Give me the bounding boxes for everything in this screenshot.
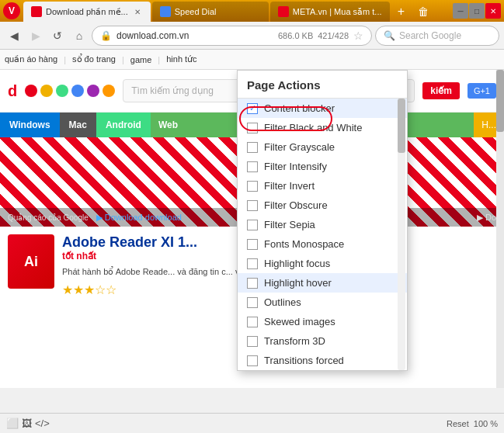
item-label-13: Transitions forced — [264, 355, 344, 366]
nav-item-windows[interactable]: Windows — [0, 113, 60, 137]
home-button[interactable]: ⌂ — [70, 26, 89, 45]
address-text: download.com.vn — [116, 30, 273, 41]
dropdown-item-9[interactable]: Highlight hover — [238, 273, 407, 293]
checkbox-4[interactable] — [247, 181, 258, 192]
window-controls: ─ □ ✕ — [453, 3, 501, 19]
tab-speed-dial[interactable]: Speed Dial — [152, 2, 269, 22]
bookmark-item-1[interactable]: quần áo hàng — [5, 54, 57, 64]
dot-yellow — [40, 85, 53, 97]
page-count: 421/428 — [318, 31, 349, 40]
dot-green — [56, 85, 68, 97]
trash-button[interactable]: 🗑 — [413, 2, 433, 22]
dropdown-item-7[interactable]: Fonts Monospace — [238, 234, 407, 254]
bookmark-icon[interactable]: ☆ — [353, 29, 363, 42]
item-label-9: Highlight hover — [264, 277, 332, 289]
bookmark-item-3[interactable]: game — [130, 55, 152, 64]
checkbox-2[interactable] — [247, 142, 258, 153]
dropdown-item-6[interactable]: Filter Sepia — [238, 215, 407, 234]
page-actions-dropdown: Page Actions ✓ Content blocker Filter Bl… — [237, 70, 408, 371]
back-button[interactable]: ◀ — [5, 26, 23, 45]
dot-purple — [87, 85, 99, 97]
dot-orange — [103, 85, 115, 97]
color-dots — [25, 85, 115, 97]
checkbox-12[interactable] — [247, 336, 258, 347]
status-icons: ⬜ 🖼 </> — [6, 417, 50, 429]
close-button[interactable]: ✕ — [485, 3, 501, 19]
search-placeholder: Search Google — [399, 30, 461, 41]
scrollbar-thumb[interactable] — [496, 70, 504, 132]
dot-red — [25, 85, 37, 97]
dropdown-item-12[interactable]: Transform 3D — [238, 331, 407, 351]
checkbox-13[interactable] — [247, 355, 258, 366]
dropdown-item-5[interactable]: Filter Obscure — [238, 196, 407, 215]
tab-close-download[interactable]: ✕ — [132, 6, 143, 17]
address-bar[interactable]: 🔒 download.com.vn 686.0 KB 421/428 ☆ — [92, 26, 372, 46]
item-label-8: Highlight focus — [264, 258, 330, 269]
site-action-button[interactable]: kiếm — [422, 82, 460, 99]
ad-text: Quảng cáo của Google — [8, 213, 89, 222]
dropdown-item-3[interactable]: Filter Intensify — [238, 157, 407, 176]
item-label-3: Filter Intensify — [264, 161, 327, 172]
checkbox-11[interactable] — [247, 317, 258, 327]
item-label-6: Filter Sepia — [264, 219, 315, 230]
adobe-logo: Ai — [8, 234, 54, 289]
tab-label-meta: META.vn | Mua sắm t... — [293, 7, 382, 17]
bookmark-item-4[interactable]: hinh tức — [166, 54, 196, 64]
dot-blue — [71, 85, 84, 97]
search-bar[interactable]: 🔍 Search Google — [375, 26, 499, 46]
maximize-button[interactable]: □ — [469, 3, 485, 19]
image-icon: 🖼 — [22, 417, 32, 429]
search-icon: 🔍 — [384, 30, 395, 41]
item-label-2: Filter Grayscale — [264, 141, 335, 153]
game-link[interactable]: ▶ Do — [477, 213, 496, 223]
forward-button[interactable]: ▶ — [26, 26, 45, 45]
tab-download[interactable]: Download phần mề... ✕ — [23, 2, 151, 22]
dropdown-scrollbar-thumb[interactable] — [398, 99, 405, 153]
checkbox-3[interactable] — [247, 161, 258, 172]
dropdown-item-4[interactable]: Filter Invert — [238, 176, 407, 196]
reset-button[interactable]: Reset — [447, 419, 469, 428]
download-link[interactable]: ▶ Download download — [96, 213, 182, 223]
checkbox-5[interactable] — [247, 200, 258, 211]
vivaldi-logo: V — [3, 2, 20, 19]
tab-label-download: Download phần mề... — [46, 7, 128, 17]
site-logo: d — [8, 82, 17, 100]
tab-meta[interactable]: META.vn | Mua sắm t... — [270, 2, 390, 22]
zoom-level: 100 % — [474, 419, 498, 428]
tab-favicon-download — [31, 6, 42, 17]
red-circle-highlight — [239, 106, 332, 131]
scrollbar-track[interactable] — [496, 70, 504, 388]
page-actions-title: Page Actions — [238, 71, 407, 99]
dropdown-item-2[interactable]: Filter Grayscale — [238, 137, 407, 157]
checkbox-6[interactable] — [247, 220, 258, 230]
site-search-placeholder: Tìm kiếm ứng dụng — [131, 85, 214, 96]
new-tab-button[interactable]: + — [391, 2, 412, 22]
reload-button[interactable]: ↺ — [48, 26, 67, 45]
bookmark-bar: quần áo hàng | sổ đo trang | game | hinh… — [0, 50, 504, 70]
nav-item-android[interactable]: Android — [96, 113, 151, 137]
dropdown-item-8[interactable]: Highlight focus — [238, 254, 407, 273]
checkbox-7[interactable] — [247, 239, 258, 250]
dropdown-item-0[interactable]: ✓ Content blocker — [238, 99, 407, 118]
security-icon: 🔒 — [100, 30, 112, 41]
dropdown-item-11[interactable]: Skewed images — [238, 312, 407, 331]
dropdown-item-10[interactable]: Outlines — [238, 293, 407, 312]
google-plus-button[interactable]: G+1 — [468, 83, 496, 99]
dropdown-item-13[interactable]: Transitions forced — [238, 351, 407, 370]
checkbox-9[interactable] — [247, 278, 258, 289]
minimize-button[interactable]: ─ — [453, 3, 468, 19]
nav-item-mac[interactable]: Mac — [60, 113, 96, 137]
monitor-icon: ⬜ — [6, 417, 19, 429]
code-icon: </> — [35, 417, 50, 429]
tab-label-speed-dial: Speed Dial — [175, 7, 217, 16]
dropdown-scrollbar-track[interactable] — [398, 99, 405, 370]
bookmark-item-2[interactable]: sổ đo trang — [72, 54, 116, 64]
checkbox-8[interactable] — [247, 258, 258, 269]
title-bar: V Download phần mề... ✕ Speed Dial META.… — [0, 0, 504, 22]
item-label-12: Transform 3D — [264, 335, 325, 347]
checkbox-10[interactable] — [247, 297, 258, 308]
item-label-5: Filter Obscure — [264, 199, 328, 211]
item-label-4: Filter Invert — [264, 180, 315, 192]
tab-favicon-meta — [278, 6, 289, 17]
item-label-10: Outlines — [264, 296, 301, 308]
